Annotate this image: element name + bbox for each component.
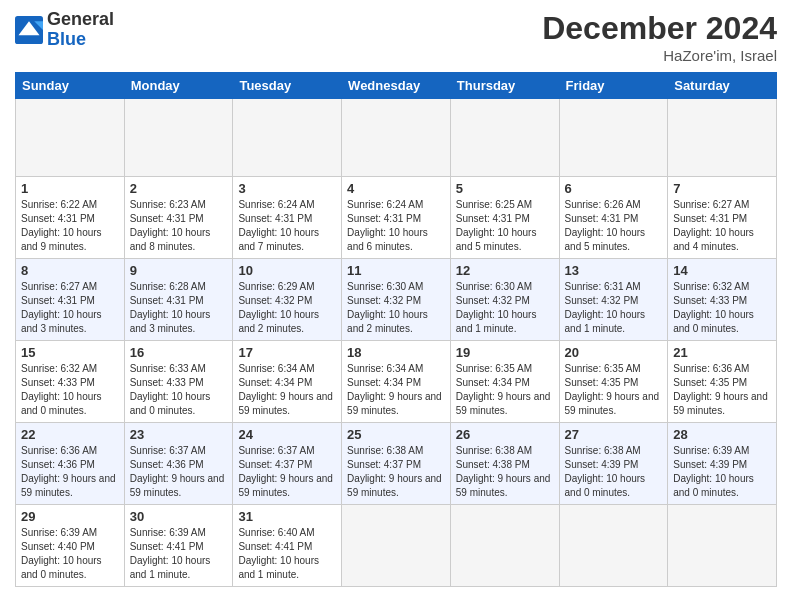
table-row: 27Sunrise: 6:38 AMSunset: 4:39 PMDayligh… <box>559 423 668 505</box>
table-row: 6Sunrise: 6:26 AMSunset: 4:31 PMDaylight… <box>559 177 668 259</box>
table-row <box>342 99 451 177</box>
day-number: 28 <box>673 427 771 442</box>
table-row <box>450 99 559 177</box>
day-number: 10 <box>238 263 336 278</box>
day-info: Sunrise: 6:25 AMSunset: 4:31 PMDaylight:… <box>456 198 554 254</box>
title-block: December 2024 HaZore'im, Israel <box>542 10 777 64</box>
calendar-row <box>16 99 777 177</box>
day-info: Sunrise: 6:38 AMSunset: 4:37 PMDaylight:… <box>347 444 445 500</box>
logo-icon <box>15 16 43 44</box>
day-number: 31 <box>238 509 336 524</box>
col-saturday: Saturday <box>668 73 777 99</box>
logo-text: General Blue <box>47 10 114 50</box>
day-number: 5 <box>456 181 554 196</box>
day-number: 3 <box>238 181 336 196</box>
table-row: 18Sunrise: 6:34 AMSunset: 4:34 PMDayligh… <box>342 341 451 423</box>
day-number: 17 <box>238 345 336 360</box>
day-number: 13 <box>565 263 663 278</box>
day-info: Sunrise: 6:26 AMSunset: 4:31 PMDaylight:… <box>565 198 663 254</box>
day-number: 8 <box>21 263 119 278</box>
day-info: Sunrise: 6:35 AMSunset: 4:34 PMDaylight:… <box>456 362 554 418</box>
day-info: Sunrise: 6:32 AMSunset: 4:33 PMDaylight:… <box>21 362 119 418</box>
day-info: Sunrise: 6:36 AMSunset: 4:35 PMDaylight:… <box>673 362 771 418</box>
logo-blue-text: Blue <box>47 30 114 50</box>
day-number: 6 <box>565 181 663 196</box>
table-row: 7Sunrise: 6:27 AMSunset: 4:31 PMDaylight… <box>668 177 777 259</box>
day-info: Sunrise: 6:35 AMSunset: 4:35 PMDaylight:… <box>565 362 663 418</box>
table-row: 30Sunrise: 6:39 AMSunset: 4:41 PMDayligh… <box>124 505 233 587</box>
day-info: Sunrise: 6:24 AMSunset: 4:31 PMDaylight:… <box>347 198 445 254</box>
day-info: Sunrise: 6:29 AMSunset: 4:32 PMDaylight:… <box>238 280 336 336</box>
day-info: Sunrise: 6:40 AMSunset: 4:41 PMDaylight:… <box>238 526 336 582</box>
day-number: 23 <box>130 427 228 442</box>
table-row: 5Sunrise: 6:25 AMSunset: 4:31 PMDaylight… <box>450 177 559 259</box>
table-row <box>342 505 451 587</box>
day-number: 29 <box>21 509 119 524</box>
calendar-header-row: Sunday Monday Tuesday Wednesday Thursday… <box>16 73 777 99</box>
col-tuesday: Tuesday <box>233 73 342 99</box>
day-info: Sunrise: 6:37 AMSunset: 4:36 PMDaylight:… <box>130 444 228 500</box>
day-number: 15 <box>21 345 119 360</box>
table-row: 3Sunrise: 6:24 AMSunset: 4:31 PMDaylight… <box>233 177 342 259</box>
day-info: Sunrise: 6:30 AMSunset: 4:32 PMDaylight:… <box>456 280 554 336</box>
day-info: Sunrise: 6:23 AMSunset: 4:31 PMDaylight:… <box>130 198 228 254</box>
table-row: 17Sunrise: 6:34 AMSunset: 4:34 PMDayligh… <box>233 341 342 423</box>
day-number: 11 <box>347 263 445 278</box>
table-row: 31Sunrise: 6:40 AMSunset: 4:41 PMDayligh… <box>233 505 342 587</box>
table-row <box>16 99 125 177</box>
day-number: 25 <box>347 427 445 442</box>
table-row: 12Sunrise: 6:30 AMSunset: 4:32 PMDayligh… <box>450 259 559 341</box>
day-number: 1 <box>21 181 119 196</box>
table-row <box>668 505 777 587</box>
table-row: 28Sunrise: 6:39 AMSunset: 4:39 PMDayligh… <box>668 423 777 505</box>
day-number: 14 <box>673 263 771 278</box>
calendar-row: 15Sunrise: 6:32 AMSunset: 4:33 PMDayligh… <box>16 341 777 423</box>
table-row: 10Sunrise: 6:29 AMSunset: 4:32 PMDayligh… <box>233 259 342 341</box>
logo: General Blue <box>15 10 114 50</box>
col-sunday: Sunday <box>16 73 125 99</box>
table-row: 29Sunrise: 6:39 AMSunset: 4:40 PMDayligh… <box>16 505 125 587</box>
col-thursday: Thursday <box>450 73 559 99</box>
table-row: 15Sunrise: 6:32 AMSunset: 4:33 PMDayligh… <box>16 341 125 423</box>
day-number: 18 <box>347 345 445 360</box>
calendar-table: Sunday Monday Tuesday Wednesday Thursday… <box>15 72 777 587</box>
day-number: 24 <box>238 427 336 442</box>
table-row: 2Sunrise: 6:23 AMSunset: 4:31 PMDaylight… <box>124 177 233 259</box>
col-monday: Monday <box>124 73 233 99</box>
day-number: 16 <box>130 345 228 360</box>
table-row: 23Sunrise: 6:37 AMSunset: 4:36 PMDayligh… <box>124 423 233 505</box>
col-friday: Friday <box>559 73 668 99</box>
day-info: Sunrise: 6:34 AMSunset: 4:34 PMDaylight:… <box>238 362 336 418</box>
table-row <box>124 99 233 177</box>
day-number: 26 <box>456 427 554 442</box>
day-info: Sunrise: 6:32 AMSunset: 4:33 PMDaylight:… <box>673 280 771 336</box>
logo-general-text: General <box>47 10 114 30</box>
table-row: 22Sunrise: 6:36 AMSunset: 4:36 PMDayligh… <box>16 423 125 505</box>
day-info: Sunrise: 6:28 AMSunset: 4:31 PMDaylight:… <box>130 280 228 336</box>
day-info: Sunrise: 6:38 AMSunset: 4:39 PMDaylight:… <box>565 444 663 500</box>
table-row: 8Sunrise: 6:27 AMSunset: 4:31 PMDaylight… <box>16 259 125 341</box>
calendar-body: 1Sunrise: 6:22 AMSunset: 4:31 PMDaylight… <box>16 99 777 587</box>
day-info: Sunrise: 6:39 AMSunset: 4:39 PMDaylight:… <box>673 444 771 500</box>
col-wednesday: Wednesday <box>342 73 451 99</box>
table-row: 14Sunrise: 6:32 AMSunset: 4:33 PMDayligh… <box>668 259 777 341</box>
day-number: 21 <box>673 345 771 360</box>
calendar-row: 22Sunrise: 6:36 AMSunset: 4:36 PMDayligh… <box>16 423 777 505</box>
table-row: 9Sunrise: 6:28 AMSunset: 4:31 PMDaylight… <box>124 259 233 341</box>
day-info: Sunrise: 6:31 AMSunset: 4:32 PMDaylight:… <box>565 280 663 336</box>
table-row: 1Sunrise: 6:22 AMSunset: 4:31 PMDaylight… <box>16 177 125 259</box>
table-row <box>233 99 342 177</box>
table-row: 4Sunrise: 6:24 AMSunset: 4:31 PMDaylight… <box>342 177 451 259</box>
day-info: Sunrise: 6:27 AMSunset: 4:31 PMDaylight:… <box>673 198 771 254</box>
day-number: 20 <box>565 345 663 360</box>
table-row: 13Sunrise: 6:31 AMSunset: 4:32 PMDayligh… <box>559 259 668 341</box>
table-row: 11Sunrise: 6:30 AMSunset: 4:32 PMDayligh… <box>342 259 451 341</box>
day-number: 12 <box>456 263 554 278</box>
day-number: 2 <box>130 181 228 196</box>
day-info: Sunrise: 6:34 AMSunset: 4:34 PMDaylight:… <box>347 362 445 418</box>
header: General Blue December 2024 HaZore'im, Is… <box>15 10 777 64</box>
day-info: Sunrise: 6:37 AMSunset: 4:37 PMDaylight:… <box>238 444 336 500</box>
location: HaZore'im, Israel <box>542 47 777 64</box>
table-row: 26Sunrise: 6:38 AMSunset: 4:38 PMDayligh… <box>450 423 559 505</box>
day-info: Sunrise: 6:39 AMSunset: 4:40 PMDaylight:… <box>21 526 119 582</box>
